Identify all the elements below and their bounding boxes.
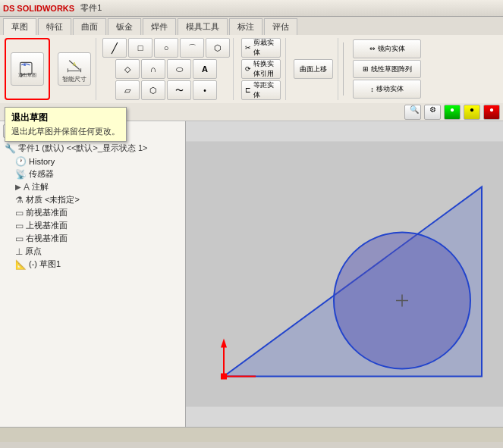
tab-evaluate[interactable]: 评估 <box>264 18 297 35</box>
sketch-icon: 📐 <box>15 259 27 270</box>
mirror-group: ⇔镜向实体 ⊞线性草图阵列 ↕移动实体 <box>348 38 426 100</box>
tree-label-top-plane: 上视基准面 <box>26 220 68 231</box>
exit-sketch-icon: 退出草图 <box>18 60 36 78</box>
tree-item-sketch1[interactable]: 📐 (-) 草图1 <box>3 258 182 271</box>
svg-text:退出草图: 退出草图 <box>18 73 36 77</box>
app-title: 零件1 <box>80 2 102 14</box>
yellow-btn[interactable]: ● <box>464 105 480 120</box>
ribbon-tabs: 草图 特征 曲面 钣金 焊件 模具工具 标注 评估 <box>0 17 503 35</box>
move-btn[interactable]: ↕移动实体 <box>353 80 421 99</box>
trim-group: ✂剪裁实体 ⟳转换实体引用 ⊏等距实体 <box>237 38 286 100</box>
ellipse-btn[interactable]: ⬭ <box>167 59 191 79</box>
linear-array-btn[interactable]: ⊞线性草图阵列 <box>353 60 421 79</box>
surface-btn[interactable]: 曲面上移 <box>294 59 333 79</box>
tree-label-sensors: 传感器 <box>29 168 54 180</box>
tab-weld[interactable]: 焊件 <box>143 18 176 35</box>
poly-btn[interactable]: ⬡ <box>206 38 230 58</box>
canvas-area[interactable] <box>186 121 503 427</box>
tree-root-label: 零件1 (默认) <<默认>_显示状态 1> <box>18 143 148 154</box>
arc2-btn[interactable]: ∩ <box>141 59 165 79</box>
tab-mold[interactable]: 模具工具 <box>178 18 228 35</box>
mirror-btn[interactable]: ⇔镜向实体 <box>353 39 421 58</box>
tree-label-annotations: 注解 <box>32 181 49 193</box>
part-icon: 🔧 <box>5 143 16 154</box>
hex-btn[interactable]: ⬡ <box>141 80 165 100</box>
tooltip-title: 退出草图 <box>11 111 120 124</box>
light-btn[interactable]: ● <box>444 105 461 120</box>
circle-btn[interactable]: ○ <box>154 38 178 58</box>
arc-btn[interactable]: ⌒ <box>180 38 204 58</box>
tab-sketch[interactable]: 草图 <box>3 18 36 35</box>
red-btn[interactable]: ● <box>483 105 500 120</box>
tooltip-desc: 退出此草图并保留任何更改。 <box>11 126 120 137</box>
origin-icon: ⊥ <box>15 246 23 257</box>
smart-dim-button[interactable]: A 智能尺寸 <box>58 52 91 86</box>
tree-label-material: 材质 <未指定> <box>26 194 80 205</box>
tab-sheet-metal[interactable]: 钣金 <box>108 18 141 35</box>
svg-text:A: A <box>73 61 77 66</box>
status-bar <box>0 427 503 442</box>
tab-annotation[interactable]: 标注 <box>229 18 263 35</box>
title-bar: DS SOLIDWORKS 零件1 <box>0 0 503 17</box>
offset-btn[interactable]: ⊏等距实体 <box>241 80 281 100</box>
app-logo: DS SOLIDWORKS <box>3 4 74 13</box>
surface-group: 曲面上移 <box>289 38 338 100</box>
svg-rect-15 <box>221 374 227 380</box>
tab-surface[interactable]: 曲面 <box>73 18 106 35</box>
tree-label-right-plane: 右视基准面 <box>26 233 68 244</box>
tree-label-sketch1: (-) 草图1 <box>29 258 61 270</box>
ribbon-content: 退出草图 A 智能尺寸 ╱ □ ○ ⌒ ⬡ ◇ ∩ ⬭ <box>0 35 503 103</box>
draw-tools-group: ╱ □ ○ ⌒ ⬡ ◇ ∩ ⬭ A ▱ ⬡ 〜 • <box>99 38 234 100</box>
trim-btn[interactable]: ✂剪裁实体 <box>241 38 281 58</box>
line-btn[interactable]: ╱ <box>102 38 127 58</box>
expand-icon: ▶ <box>15 183 21 191</box>
material-icon: ⚗ <box>15 195 24 205</box>
tooltip: 退出草图 退出此草图并保留任何更改。 <box>5 107 127 142</box>
top-plane-icon: ▭ <box>15 221 24 231</box>
tree-root-item[interactable]: 🔧 零件1 (默认) <<默认>_显示状态 1> <box>3 141 182 155</box>
history-icon: 🕐 <box>15 156 27 167</box>
search-btn[interactable]: 🔍 <box>404 105 421 120</box>
tree-label-front-plane: 前视基准面 <box>26 207 68 218</box>
tree-label-origin: 原点 <box>25 246 42 257</box>
tree-item-material[interactable]: ⚗ 材质 <未指定> <box>3 193 182 206</box>
tree-item-history[interactable]: 🕐 History <box>3 155 182 168</box>
exit-sketch-group: 退出草图 <box>5 38 50 100</box>
tree-label-history: History <box>29 157 55 166</box>
divider1 <box>343 42 344 96</box>
annotation-icon: A <box>24 182 30 193</box>
sensor-icon: 📡 <box>15 169 27 180</box>
canvas-svg <box>186 121 503 427</box>
exit-sketch-button[interactable]: 退出草图 <box>11 52 44 86</box>
right-plane-icon: ▭ <box>15 233 24 244</box>
tree-item-origin[interactable]: ⊥ 原点 <box>3 245 182 258</box>
tree-item-annotations[interactable]: ▶ A 注解 <box>3 180 182 193</box>
tree-item-top-plane[interactable]: ▭ 上视基准面 <box>3 219 182 232</box>
text-btn[interactable]: A <box>193 59 217 79</box>
convert-btn[interactable]: ⟳转换实体引用 <box>241 59 281 79</box>
rect-btn[interactable]: □ <box>128 38 152 58</box>
search-area: 🔍 ⚙ ● ● ● <box>404 105 500 120</box>
feature-tree-panel: ▽ ≡ ⊕ ⊙ ◀ ▶ 🔧 零件1 (默认) <<默认>_显示状态 1> 🕐 H… <box>0 121 186 427</box>
point-btn[interactable]: • <box>193 80 217 100</box>
main-area: ▽ ≡ ⊕ ⊙ ◀ ▶ 🔧 零件1 (默认) <<默认>_显示状态 1> 🕐 H… <box>0 121 503 427</box>
smart-dim-group: A 智能尺寸 <box>53 38 96 100</box>
para-btn[interactable]: ▱ <box>115 80 140 100</box>
options-btn[interactable]: ⚙ <box>424 105 441 120</box>
front-plane-icon: ▭ <box>15 208 24 218</box>
diamond-btn[interactable]: ◇ <box>115 59 140 79</box>
tab-feature[interactable]: 特征 <box>38 18 71 35</box>
smart-dim-icon: A <box>65 55 83 74</box>
tree-item-front-plane[interactable]: ▭ 前视基准面 <box>3 206 182 219</box>
tree-item-right-plane[interactable]: ▭ 右视基准面 <box>3 232 182 245</box>
tree-item-sensors[interactable]: 📡 传感器 <box>3 168 182 180</box>
spline-btn[interactable]: 〜 <box>167 80 191 100</box>
